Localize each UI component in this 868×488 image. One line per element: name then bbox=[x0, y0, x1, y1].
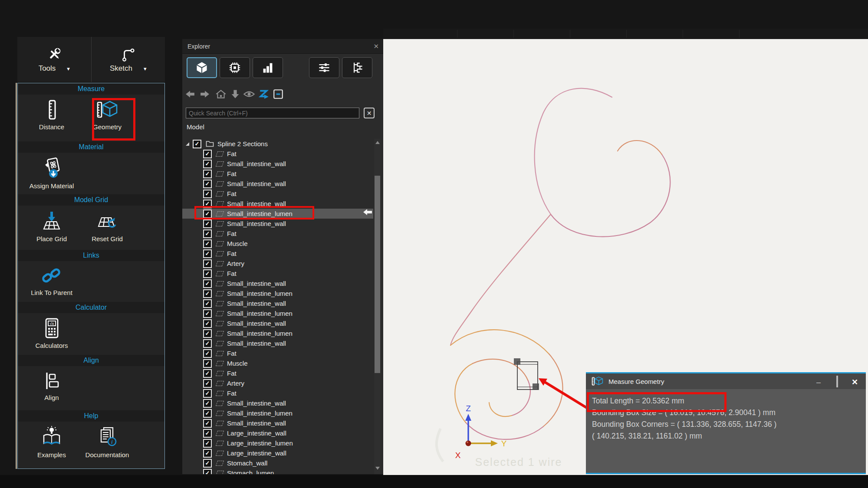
scrollbar-thumb[interactable] bbox=[375, 176, 380, 373]
properties-view-button[interactable] bbox=[309, 57, 339, 78]
explorer-close-icon[interactable]: ✕ bbox=[373, 43, 379, 50]
calculators-button[interactable]: √x Calculators bbox=[24, 313, 79, 349]
checkbox[interactable]: ✓ bbox=[203, 229, 212, 238]
tree-item-row[interactable]: ✓ Stomach_wall bbox=[182, 458, 373, 468]
back-icon[interactable] bbox=[184, 88, 196, 100]
checkbox[interactable]: ✓ bbox=[203, 219, 212, 228]
tree-item-row[interactable]: ✓ Small_intestine_wall bbox=[182, 199, 373, 209]
tree-item-row[interactable]: ✓ Fat bbox=[182, 348, 373, 358]
visibility-eye-icon[interactable] bbox=[243, 88, 255, 100]
down-arrow-icon[interactable] bbox=[231, 88, 240, 100]
link-to-parent-button[interactable]: Link To Parent bbox=[24, 261, 79, 296]
maximize-button[interactable] bbox=[836, 378, 838, 386]
geometry-button[interactable]: Geometry bbox=[79, 95, 135, 131]
checkbox[interactable]: ✓ bbox=[203, 419, 212, 428]
align-button[interactable]: Align bbox=[24, 366, 79, 401]
tree-item-row[interactable]: ✓ Small_intestine_wall bbox=[182, 338, 373, 348]
home-icon[interactable] bbox=[215, 88, 227, 100]
checkbox[interactable]: ✓ bbox=[203, 170, 212, 178]
checkbox[interactable]: ✓ bbox=[203, 150, 212, 158]
tree-item-row[interactable]: ✓ Small_intestine_wall bbox=[182, 159, 373, 169]
checkbox[interactable]: ✓ bbox=[203, 439, 212, 448]
tree-item-row[interactable]: ✓ Fat bbox=[182, 229, 373, 239]
checkbox[interactable]: ✓ bbox=[203, 469, 212, 475]
tree-item-row[interactable]: ✓ Small_intestine_wall bbox=[182, 219, 373, 229]
simulation-view-button[interactable] bbox=[220, 57, 250, 78]
scrollbar-down-icon[interactable] bbox=[375, 467, 380, 470]
close-button[interactable]: ✕ bbox=[852, 378, 858, 386]
sketch-dropdown-icon[interactable]: ▾ bbox=[144, 66, 147, 72]
tree-item-row[interactable]: ✓ Muscle bbox=[182, 358, 373, 368]
place-grid-button[interactable]: Place Grid bbox=[24, 206, 79, 242]
forward-icon[interactable] bbox=[199, 88, 211, 100]
checkbox[interactable]: ✓ bbox=[203, 459, 212, 468]
checkbox[interactable]: ✓ bbox=[203, 329, 212, 338]
tree-item-row[interactable]: ✓ Small_intestine_wall bbox=[182, 418, 373, 428]
selection-handle[interactable] bbox=[514, 358, 520, 365]
tree-item-row[interactable]: ✓ Small_intestine_wall bbox=[182, 298, 373, 308]
zoom-to-selection-icon[interactable] bbox=[259, 88, 270, 100]
checkbox[interactable]: ✓ bbox=[193, 140, 201, 148]
tree-item-row[interactable]: ✓ Small_intestine_wall bbox=[182, 398, 373, 408]
minimize-button[interactable]: – bbox=[816, 378, 821, 386]
tree-item-row[interactable]: ✓ Large_intestine_lumen bbox=[182, 438, 373, 448]
checkbox[interactable]: ✓ bbox=[203, 239, 212, 248]
tree-item-row[interactable]: ✓ Fat bbox=[182, 388, 373, 398]
tree-item-row[interactable]: ✓ Artery bbox=[182, 378, 373, 388]
checkbox[interactable]: ✓ bbox=[203, 309, 212, 318]
checkbox[interactable]: ✓ bbox=[203, 279, 212, 288]
checkbox[interactable]: ✓ bbox=[203, 369, 212, 378]
search-input[interactable] bbox=[186, 108, 359, 118]
tree-item-row[interactable]: ✓ Small_intestine_lumen bbox=[182, 408, 373, 418]
checkbox[interactable]: ✓ bbox=[203, 389, 212, 398]
checkbox[interactable]: ✓ bbox=[203, 259, 212, 268]
checkbox[interactable]: ✓ bbox=[203, 210, 212, 218]
tree-item-row[interactable]: ✓ Large_intestine_wall bbox=[182, 428, 373, 438]
sketch-menu-button[interactable]: Sketch▾ bbox=[91, 37, 165, 82]
checkbox[interactable]: ✓ bbox=[203, 449, 212, 458]
tree-item-row[interactable]: ✓ Fat bbox=[182, 368, 373, 378]
checkbox[interactable]: ✓ bbox=[203, 160, 212, 168]
checkbox[interactable]: ✓ bbox=[203, 299, 212, 308]
tree-item-row[interactable]: ✓ Fat bbox=[182, 169, 373, 179]
checkbox[interactable]: ✓ bbox=[203, 359, 212, 368]
checkbox[interactable]: ✓ bbox=[203, 349, 212, 358]
checkbox[interactable]: ✓ bbox=[203, 409, 212, 418]
assign-material-button[interactable]: Assign Material bbox=[24, 153, 79, 190]
selection-handle[interactable] bbox=[533, 383, 539, 390]
checkbox[interactable]: ✓ bbox=[203, 289, 212, 298]
tools-menu-button[interactable]: Tools▾ bbox=[17, 37, 91, 82]
checkbox[interactable]: ✓ bbox=[203, 269, 212, 278]
model-view-button[interactable] bbox=[187, 57, 217, 78]
tree-item-row[interactable]: ✓ Fat bbox=[182, 149, 373, 159]
analysis-view-button[interactable] bbox=[253, 57, 283, 78]
tree-parent-row[interactable]: ✓ Spline 2 Sections bbox=[182, 139, 373, 149]
tree-item-row[interactable]: ✓ Small_intestine_wall bbox=[182, 278, 373, 288]
tools-dropdown-icon[interactable]: ▾ bbox=[67, 66, 70, 72]
tree-scrollbar[interactable] bbox=[374, 139, 381, 474]
checkbox[interactable]: ✓ bbox=[203, 190, 212, 198]
tree-item-row[interactable]: ✓ Artery bbox=[182, 259, 373, 269]
checkbox[interactable]: ✓ bbox=[203, 379, 212, 388]
search-clear-button[interactable]: ✕ bbox=[364, 108, 375, 118]
tree-item-row[interactable]: ✓ Small_intestine_lumen bbox=[182, 209, 373, 219]
checkbox[interactable]: ✓ bbox=[203, 200, 212, 208]
tree-item-row[interactable]: ✓ Small_intestine_wall bbox=[182, 318, 373, 328]
selection-box[interactable] bbox=[514, 358, 539, 390]
tree-item-row[interactable]: ✓ Fat bbox=[182, 189, 373, 199]
tree-item-row[interactable]: ✓ Small_intestine_lumen bbox=[182, 328, 373, 338]
checkbox[interactable]: ✓ bbox=[203, 399, 212, 408]
tree-item-row[interactable]: ✓ Small_intestine_lumen bbox=[182, 308, 373, 318]
hierarchy-view-button[interactable] bbox=[342, 57, 372, 78]
collapse-all-icon[interactable] bbox=[273, 88, 284, 100]
scrollbar-up-icon[interactable] bbox=[375, 141, 380, 144]
checkbox[interactable]: ✓ bbox=[203, 180, 212, 188]
tree-item-row[interactable]: ✓ Fat bbox=[182, 269, 373, 278]
reset-grid-button[interactable]: Reset Grid bbox=[79, 206, 135, 242]
checkbox[interactable]: ✓ bbox=[203, 339, 212, 348]
checkbox[interactable]: ✓ bbox=[203, 319, 212, 328]
tree-item-row[interactable]: ✓ Small_intestine_wall bbox=[182, 179, 373, 189]
distance-button[interactable]: Distance bbox=[24, 95, 79, 131]
tree-item-row[interactable]: ✓ Small_intestine_lumen bbox=[182, 288, 373, 298]
expander-icon[interactable] bbox=[186, 142, 189, 146]
